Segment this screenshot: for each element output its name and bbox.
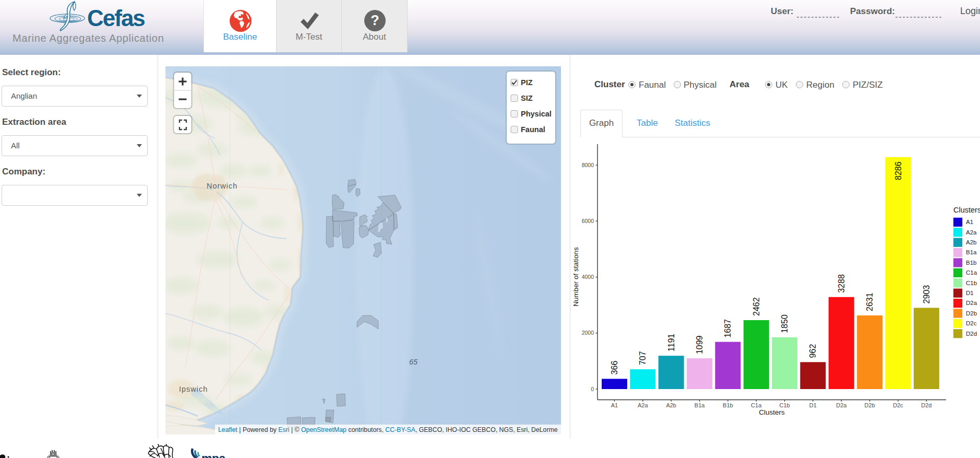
svg-text:4000: 4000 [582, 274, 594, 280]
svg-text:962: 962 [808, 344, 817, 358]
svg-text:707: 707 [638, 351, 647, 365]
svg-text:8286: 8286 [894, 161, 903, 180]
svg-text:A2b: A2b [666, 402, 676, 408]
svg-text:D1: D1 [809, 402, 817, 408]
svg-text:mpa: mpa [201, 452, 226, 458]
svg-text:B1b: B1b [966, 260, 976, 266]
svg-text:2462: 2462 [752, 297, 761, 316]
svg-text:8000: 8000 [582, 162, 594, 168]
svg-text:C1a: C1a [751, 402, 762, 408]
svg-text:C1b: C1b [780, 402, 790, 408]
svg-text:Clusters: Clusters [759, 408, 785, 416]
svg-text:Ipswich: Ipswich [179, 385, 208, 393]
svg-text:Faunal: Faunal [521, 125, 545, 134]
svg-text:SIZ: SIZ [521, 94, 533, 102]
svg-text:D1: D1 [966, 290, 974, 296]
svg-text:2631: 2631 [865, 292, 874, 311]
svg-text:2000: 2000 [582, 330, 594, 336]
svg-text:A1: A1 [966, 219, 973, 225]
svg-text:B1a: B1a [695, 402, 705, 408]
svg-text:D2c: D2c [893, 402, 903, 408]
svg-text:0: 0 [591, 386, 594, 392]
svg-text:65: 65 [409, 358, 418, 366]
svg-text:PIZ: PIZ [521, 78, 533, 87]
svg-text:366: 366 [610, 361, 619, 375]
svg-text:D2d: D2d [921, 402, 931, 408]
svg-text:Physical: Physical [521, 110, 552, 118]
svg-text:C1b: C1b [966, 280, 977, 286]
svg-text:Clusters: Clusters [953, 206, 980, 214]
svg-text:3288: 3288 [837, 274, 846, 293]
svg-text:B1a: B1a [966, 249, 977, 255]
svg-text:B1b: B1b [723, 402, 733, 408]
svg-text:A2b: A2b [966, 239, 976, 245]
svg-text:D2b: D2b [865, 402, 875, 408]
svg-text:D2c: D2c [966, 320, 977, 326]
svg-text:1850: 1850 [780, 314, 789, 333]
svg-text:D2b: D2b [966, 310, 977, 316]
svg-text:?: ? [371, 13, 379, 28]
svg-text:A2a: A2a [966, 229, 977, 236]
svg-text:D2a: D2a [836, 402, 847, 408]
svg-text:Leaflet | Powered by Esri | ©: Leaflet | Powered by Esri | © OpenStreet… [218, 426, 558, 433]
svg-text:Number of stations: Number of stations [572, 247, 580, 307]
svg-text:D2a: D2a [966, 300, 977, 306]
svg-text:6000: 6000 [582, 218, 594, 224]
svg-text:A1: A1 [611, 402, 618, 408]
svg-text:Norwich: Norwich [207, 182, 237, 190]
svg-text:A2a: A2a [638, 402, 648, 408]
svg-text:2903: 2903 [922, 285, 931, 304]
svg-text:C1a: C1a [966, 269, 977, 276]
svg-text:1099: 1099 [695, 335, 704, 354]
svg-text:1191: 1191 [667, 334, 676, 352]
svg-text:1687: 1687 [723, 319, 732, 338]
svg-text:D2d: D2d [966, 331, 977, 337]
